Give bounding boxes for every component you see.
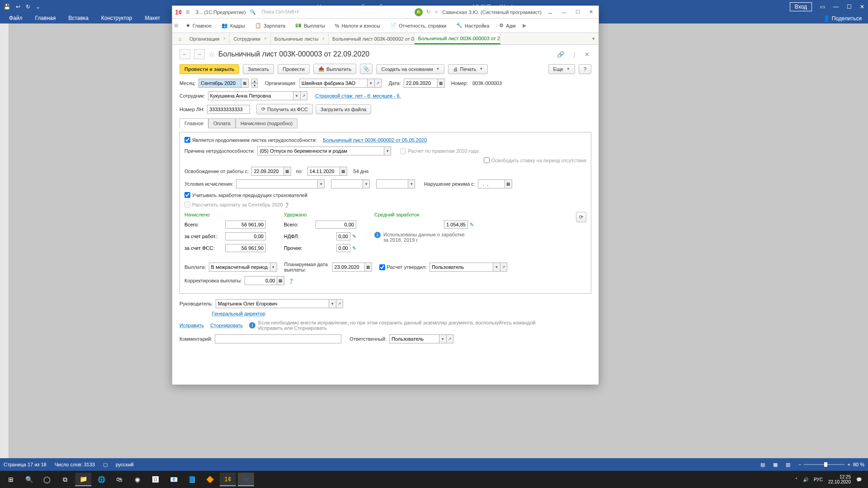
section-reports[interactable]: 📄 Отчетность, справки (386, 23, 451, 28)
approver-input[interactable] (429, 263, 493, 272)
date-input[interactable] (404, 79, 438, 88)
spin-down[interactable]: ▼ (251, 83, 258, 88)
print-button[interactable]: 🖨 Печать▼ (448, 64, 488, 74)
word-taskbar-icon[interactable]: W (238, 473, 254, 486)
store-icon[interactable]: 🛍 (111, 473, 127, 486)
section-staff[interactable]: 👥 Кадры (217, 23, 250, 28)
calendar-icon[interactable]: ▦ (365, 263, 372, 272)
tray-chevron-icon[interactable]: ˄ (795, 477, 797, 482)
opera-icon[interactable]: 🅾 (147, 473, 164, 486)
dropdown-icon[interactable]: ▾ (384, 146, 391, 155)
maximize-icon[interactable]: ☐ (847, 4, 852, 10)
tab-close-icon[interactable]: × (322, 36, 325, 41)
dropdown-icon[interactable]: ▾ (439, 334, 446, 343)
status-words[interactable]: Число слов: 3133 (55, 462, 95, 467)
tray-volume-icon[interactable]: 🔊 (803, 477, 808, 482)
redo-icon[interactable]: ↻ (26, 4, 30, 10)
zoom-out-icon[interactable]: − (798, 462, 801, 467)
month-input[interactable] (198, 79, 241, 88)
record-button[interactable]: Записать (243, 64, 274, 74)
tab-home[interactable]: Главная (29, 14, 62, 23)
dropdown-icon[interactable]: ▾ (329, 299, 336, 308)
off-to-input[interactable] (307, 167, 340, 176)
spin-up[interactable]: ▲ (251, 79, 258, 83)
tab-close-icon[interactable]: × (264, 36, 267, 41)
signin-button[interactable]: Вход (790, 2, 812, 11)
recalc-help[interactable]: ? (286, 202, 288, 207)
section-payouts[interactable]: 💵 Выплаты (291, 23, 329, 28)
view-print-icon[interactable]: ▦ (773, 462, 778, 468)
form-close-icon[interactable]: ✕ (583, 51, 591, 58)
qat-customize-icon[interactable]: ⌄ (36, 4, 40, 10)
payout-input[interactable] (209, 263, 270, 272)
tab-design[interactable]: Конструктор (95, 14, 138, 23)
c1-taskbar-icon[interactable]: 1¢ (220, 473, 236, 486)
dropdown-icon[interactable]: ▾ (293, 91, 300, 100)
tab-close-icon[interactable]: × (223, 36, 226, 41)
tab-file[interactable]: Файл (3, 14, 29, 23)
history-icon[interactable]: ↻ (426, 9, 430, 15)
status-page[interactable]: Страница 17 из 18 (4, 462, 47, 467)
continuation-link[interactable]: Больничный лист 003К-000002 от 05.05.202… (323, 137, 427, 143)
taskview-icon[interactable]: ⧉ (57, 473, 73, 486)
app-icon-2[interactable]: 🔶 (202, 473, 218, 486)
dropdown-icon[interactable]: ▾ (363, 179, 370, 188)
tray-lang[interactable]: РУС (814, 477, 823, 482)
search-input[interactable]: Поиск Ctrl+Shift+F (259, 8, 327, 16)
itab-detail[interactable]: Начислено (подробно) (236, 118, 297, 128)
nav-fwd-button[interactable]: → (194, 49, 205, 59)
close-icon[interactable]: ✕ (860, 4, 864, 10)
calc-icon[interactable]: ▦ (277, 276, 284, 285)
c1-tab-4[interactable]: Больничный лист 003К-000003 от 22.09...× (415, 33, 500, 44)
start-icon[interactable]: ⊞ (3, 473, 19, 486)
calendar-icon[interactable]: ▦ (284, 167, 291, 176)
attach-button[interactable]: 📎 (360, 64, 373, 74)
link-icon[interactable]: 🔗 (555, 51, 566, 58)
open-ref-icon[interactable]: ↗ (300, 91, 307, 100)
itab-pay[interactable]: Оплата (208, 118, 236, 128)
form-more-icon[interactable]: ⋮ (570, 51, 579, 58)
explorer-icon[interactable]: 📁 (75, 473, 91, 486)
edge-icon[interactable]: 🌐 (93, 473, 109, 486)
comment-input[interactable] (215, 334, 341, 343)
minimize-icon[interactable]: — (833, 4, 839, 10)
prev-insurers-check[interactable]: Учитывать заработок предыдущих страховат… (184, 192, 307, 198)
dropdown-icon[interactable]: ▾ (493, 263, 500, 272)
section-scroll-icon[interactable]: ▶ (521, 23, 528, 28)
dropdown-icon[interactable]: ▾ (317, 179, 325, 188)
edit-icon[interactable]: ✎ (352, 245, 356, 251)
c1-tab-1[interactable]: Сотрудники× (230, 33, 270, 44)
section-salary[interactable]: 📋 Зарплата (250, 23, 290, 28)
off-from-input[interactable] (251, 167, 284, 176)
dropdown-icon[interactable]: ▾ (367, 79, 374, 88)
plan-date-input[interactable] (332, 263, 365, 272)
zoom-value[interactable]: 80 % (853, 462, 864, 467)
dropdown-icon[interactable]: ▾ (408, 179, 415, 188)
edit-icon[interactable]: ✎ (470, 222, 474, 227)
tray-clock[interactable]: 12:25 22.10.2020 (828, 474, 851, 484)
zoom-slider[interactable] (804, 464, 844, 465)
calendar-icon[interactable]: ▦ (241, 79, 249, 88)
section-menu-icon[interactable] (174, 22, 180, 30)
favorite-icon[interactable]: ☆ (208, 50, 215, 59)
tab-insert[interactable]: Вставка (62, 14, 95, 23)
c1-maximize-icon[interactable]: ☐ (573, 8, 583, 16)
post-button[interactable]: Провести (278, 64, 310, 74)
section-settings[interactable]: 🔧 Настройка (452, 23, 494, 28)
c1-tab-3[interactable]: Больничный лист 003К-000002 от 05.05...× (329, 33, 415, 44)
position-link[interactable]: Генеральный директор (212, 311, 265, 316)
zoom-in-icon[interactable]: + (847, 462, 850, 467)
c1-close-icon[interactable]: ✕ (586, 8, 596, 16)
cortana-icon[interactable]: ◯ (39, 473, 55, 486)
star-icon[interactable]: ☆ (434, 9, 439, 15)
ln-input[interactable] (207, 105, 250, 114)
save-icon[interactable]: 💾 (4, 4, 10, 10)
chrome-icon[interactable]: ◉ (129, 473, 146, 486)
emp-input[interactable] (208, 91, 293, 100)
section-main[interactable]: ★ Главное (181, 23, 216, 28)
c1-tab-2[interactable]: Больничные листы× (271, 33, 329, 44)
load-file-button[interactable]: Загрузить из файла (316, 104, 371, 114)
itab-main[interactable]: Главное (179, 118, 208, 128)
vio-input[interactable] (478, 179, 505, 188)
undo-icon[interactable]: ↩ (16, 4, 20, 10)
